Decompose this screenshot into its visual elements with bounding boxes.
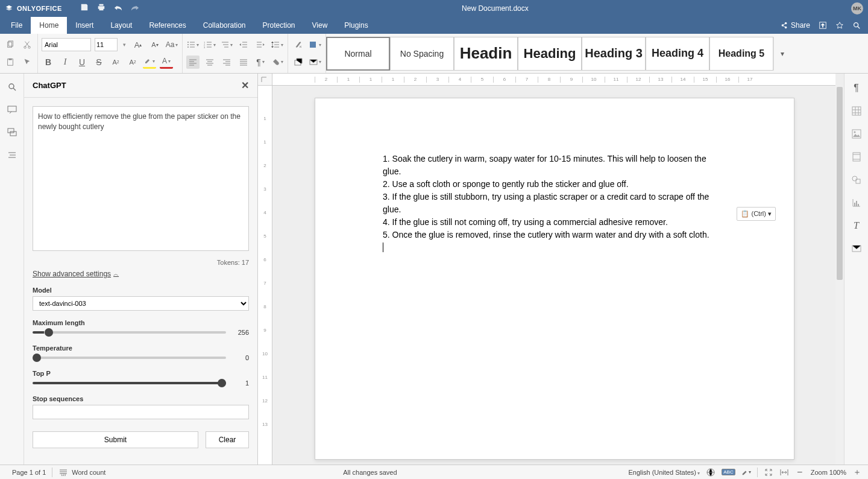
strikethrough-button[interactable]: S (92, 56, 105, 69)
bold-button[interactable]: B (42, 56, 55, 69)
page-scroll-region[interactable]: 1. Soak the cutlery in warm, soapy water… (272, 86, 835, 465)
shape-fill-button[interactable] (309, 38, 322, 51)
spellcheck-button[interactable]: ABC (722, 469, 735, 475)
shading-button[interactable] (271, 56, 284, 69)
redo-icon[interactable] (131, 3, 139, 14)
language-select[interactable]: English (United States) (629, 469, 700, 476)
favorite-icon[interactable] (835, 21, 844, 30)
copy-icon[interactable] (4, 38, 17, 51)
open-location-icon[interactable] (819, 21, 827, 30)
change-case-icon[interactable]: Aa (165, 38, 178, 51)
image-settings-icon[interactable] (851, 128, 863, 140)
menu-view[interactable]: View (304, 17, 336, 34)
set-doc-language-icon[interactable] (706, 468, 715, 477)
horizontal-ruler[interactable]: 2111234567891011121314151617 (272, 74, 835, 86)
vertical-scrollbar[interactable] (835, 86, 844, 465)
model-select[interactable]: text-davinci-003 (33, 296, 249, 311)
header-footer-icon[interactable] (851, 151, 863, 163)
menu-collaboration[interactable]: Collaboration (195, 17, 254, 34)
paste-icon[interactable] (4, 56, 17, 69)
clear-style-icon[interactable] (292, 38, 305, 51)
user-avatar[interactable]: MK (851, 2, 863, 14)
menu-home[interactable]: Home (31, 17, 67, 34)
chat-icon[interactable] (6, 127, 18, 139)
align-justify-button[interactable] (237, 56, 250, 69)
max-length-slider[interactable] (33, 331, 226, 334)
fit-width-icon[interactable] (779, 468, 789, 477)
submit-button[interactable]: Submit (33, 431, 198, 448)
zoom-out-icon[interactable]: − (795, 468, 805, 477)
temperature-slider[interactable] (33, 357, 226, 359)
insert-shape-button[interactable] (292, 56, 305, 69)
print-icon[interactable] (97, 3, 105, 14)
menu-plugins[interactable]: Plugins (336, 17, 376, 34)
style-heading-2[interactable]: Heading (518, 37, 582, 71)
close-icon[interactable]: ✕ (241, 80, 249, 91)
font-name-select[interactable] (42, 38, 91, 51)
shape-settings-icon[interactable] (851, 174, 863, 186)
mailings-button[interactable] (309, 56, 322, 69)
menu-file[interactable]: File (2, 17, 31, 34)
font-size-select[interactable] (95, 38, 118, 51)
line-spacing-button[interactable] (271, 38, 284, 51)
paragraph-settings-icon[interactable]: ¶ (851, 82, 863, 94)
style-no-spacing[interactable]: No Spacing (390, 37, 454, 71)
advanced-settings-toggle[interactable]: Show advanced settings ︿ (33, 270, 119, 278)
cut-icon[interactable] (20, 38, 34, 51)
italic-button[interactable]: I (58, 56, 72, 69)
increase-font-icon[interactable]: A▴ (131, 38, 145, 51)
highlight-color-button[interactable] (143, 56, 156, 69)
menu-layout[interactable]: Layout (102, 17, 140, 34)
word-count-button[interactable]: 123 Word count (52, 465, 112, 479)
align-right-button[interactable] (220, 56, 233, 69)
subscript-button[interactable]: A2 (126, 56, 139, 69)
numbered-list-button[interactable]: 123 (203, 38, 216, 51)
font-color-button[interactable]: A (160, 56, 173, 69)
zoom-in-icon[interactable]: ＋ (852, 468, 862, 477)
decrease-font-icon[interactable]: A▾ (148, 38, 162, 51)
align-left-button[interactable] (186, 56, 200, 69)
comments-icon[interactable] (6, 104, 18, 116)
text-art-icon[interactable]: T (851, 220, 863, 232)
superscript-button[interactable]: A2 (109, 56, 122, 69)
bullet-list-button[interactable] (186, 38, 200, 51)
paste-options-button[interactable]: (Ctrl) ▾ (737, 207, 776, 221)
menu-protection[interactable]: Protection (254, 17, 304, 34)
style-heading-1[interactable]: Headin (454, 37, 518, 71)
style-heading-5[interactable]: Heading 5 (709, 37, 773, 71)
zoom-label[interactable]: Zoom 100% (811, 469, 846, 476)
align-center-button[interactable] (203, 56, 216, 69)
increase-indent-button[interactable] (254, 38, 267, 51)
stop-sequences-input[interactable] (33, 405, 249, 419)
vertical-ruler[interactable]: 112345678910111213 (258, 86, 272, 465)
find-icon[interactable] (6, 81, 18, 93)
style-heading-3[interactable]: Heading 3 (582, 37, 646, 71)
fit-page-icon[interactable] (764, 468, 773, 477)
menu-insert[interactable]: Insert (67, 17, 102, 34)
decrease-indent-button[interactable] (237, 38, 250, 51)
track-changes-icon[interactable]: ▾ (741, 468, 751, 477)
top-p-slider[interactable] (33, 382, 226, 384)
undo-icon[interactable] (114, 3, 122, 14)
mail-merge-icon[interactable] (851, 243, 863, 255)
page-info[interactable]: Page 1 of 1 (6, 465, 52, 479)
style-heading-4[interactable]: Heading 4 (646, 37, 709, 71)
prompt-textarea[interactable] (33, 106, 249, 251)
document-page[interactable]: 1. Soak the cutlery in warm, soapy water… (315, 98, 794, 460)
search-icon[interactable] (852, 21, 861, 30)
scrollbar-thumb[interactable] (837, 87, 843, 280)
style-normal[interactable]: Normal (326, 37, 390, 71)
navigation-icon[interactable] (6, 150, 18, 162)
table-settings-icon[interactable] (851, 105, 863, 117)
save-icon[interactable] (80, 3, 89, 14)
select-cursor-icon[interactable] (20, 56, 34, 69)
paragraph-mark-button[interactable]: ¶ (254, 56, 267, 69)
menu-references[interactable]: References (140, 17, 194, 34)
share-button[interactable]: Share (780, 21, 810, 30)
multilevel-list-button[interactable] (220, 38, 233, 51)
font-size-dropdown-icon[interactable]: ▾ (121, 42, 128, 48)
underline-button[interactable]: U (75, 56, 89, 69)
chart-settings-icon[interactable] (851, 197, 863, 209)
styles-more-button[interactable]: ▾ (773, 37, 790, 71)
clear-button[interactable]: Clear (206, 431, 249, 448)
